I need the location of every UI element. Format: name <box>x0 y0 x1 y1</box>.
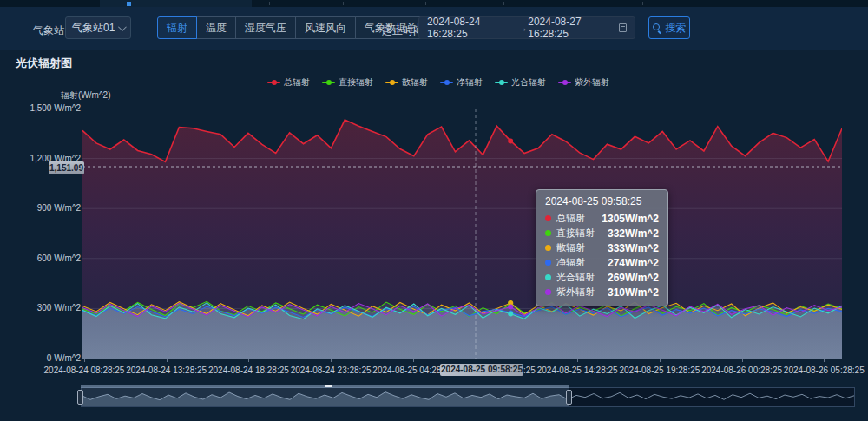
series-dot-icon <box>545 215 551 221</box>
legend-item-net[interactable]: 净辐射 <box>440 76 483 89</box>
end-date-value: 2024-08-27 16:28:25 <box>528 16 618 40</box>
station-label: 气象站 <box>33 23 64 38</box>
x-axis-pointer-label: 2024-08-25 09:58:25 <box>440 364 523 376</box>
datazoom-overview-chart <box>82 388 854 406</box>
series-dot-icon <box>545 274 551 280</box>
x-axis-label: 2024-08-24 23:28:25 <box>283 365 378 375</box>
calendar-icon <box>619 23 627 32</box>
series-dot-icon <box>545 230 551 236</box>
x-axis-tick <box>496 359 496 362</box>
y-axis-label: 900 W/m^2 <box>11 203 81 213</box>
arrow-right-icon: → <box>517 22 528 34</box>
x-axis-label: 2024-08-26 00:28:25 <box>694 365 790 375</box>
series-dot-icon <box>545 289 551 295</box>
tooltip-row: 总辐射1305W/m^2 <box>545 211 659 226</box>
chart-legend: 总辐射 直接辐射 散辐射 净辐射 光合辐射 紫外辐射 <box>267 76 609 89</box>
tab-temperature[interactable]: 温度 <box>196 16 236 39</box>
tooltip-row: 紫外辐射310W/m^2 <box>545 285 659 299</box>
legend-marker-icon <box>440 82 453 83</box>
y-axis-name: 辐射(W/m^2) <box>61 89 110 102</box>
legend-marker-icon <box>385 82 398 83</box>
time-range-label: 起止时间 <box>382 23 424 38</box>
y-axis-label: 0 W/m^2 <box>11 353 81 363</box>
tooltip-title: 2024-08-25 09:58:25 <box>545 195 659 207</box>
tooltip-row: 光合辐射269W/m^2 <box>545 270 659 285</box>
tooltip-row: 散辐射333W/m^2 <box>545 240 659 255</box>
station-select[interactable]: 气象站01 <box>65 16 131 39</box>
y-axis-label: 300 W/m^2 <box>11 303 81 312</box>
x-axis-tick <box>167 359 168 362</box>
tab-separator <box>343 2 344 5</box>
x-axis-tick <box>824 359 825 362</box>
browser-tab-strip <box>0 0 868 7</box>
x-axis-tick <box>84 359 85 362</box>
legend-marker-icon <box>267 82 280 83</box>
search-button[interactable]: 搜索 <box>648 16 690 39</box>
tab-separator <box>425 2 426 5</box>
x-axis-tick <box>248 359 249 362</box>
chart-tooltip: 2024-08-25 09:58:25 总辐射1305W/m^2 直接辐射332… <box>536 189 668 306</box>
start-date-value: 2024-08-24 16:28:25 <box>427 16 517 40</box>
browser-active-tab[interactable] <box>100 0 252 7</box>
chevron-down-icon <box>118 23 127 31</box>
station-select-value: 气象站01 <box>72 21 118 36</box>
search-icon <box>653 23 662 33</box>
tab-separator <box>269 2 270 5</box>
x-axis-label: 2024-08-25 19:28:25 <box>612 365 707 375</box>
datazoom-unselected-region <box>569 388 854 406</box>
radiation-line-chart[interactable] <box>82 109 842 359</box>
x-axis-tick <box>331 359 332 362</box>
tab-humidity-pressure[interactable]: 湿度气压 <box>235 16 296 39</box>
x-axis-label: 2024-08-25 14:28:25 <box>529 365 625 375</box>
x-axis-label: 2024-08-24 13:28:25 <box>119 365 214 375</box>
hover-point <box>508 311 513 316</box>
datazoom-right-handle[interactable] <box>566 390 572 405</box>
legend-marker-icon <box>495 82 508 83</box>
series-dot-icon <box>545 245 551 251</box>
hover-point <box>508 305 513 310</box>
tab-favicon-icon <box>127 2 131 6</box>
chart-title: 光伏辐射图 <box>16 56 72 71</box>
tab-separator <box>642 2 643 5</box>
tooltip-row: 直接辐射332W/m^2 <box>545 226 659 240</box>
tab-separator <box>503 2 504 5</box>
x-axis-label: 2024-08-26 05:28:25 <box>776 365 868 375</box>
y-axis-label: 1,500 W/m^2 <box>11 103 81 113</box>
x-axis-tick <box>413 359 414 362</box>
x-axis-tick <box>577 359 578 362</box>
legend-marker-icon <box>322 82 335 83</box>
hover-point <box>508 138 513 143</box>
datazoom-slider[interactable] <box>81 387 855 407</box>
legend-item-direct[interactable]: 直接辐射 <box>322 76 373 89</box>
date-range-picker[interactable]: 2024-08-24 16:28:25 → 2024-08-27 16:28:2… <box>418 16 635 39</box>
y-axis-pointer-label: 1,151.09 <box>49 161 84 174</box>
x-axis-label: 2024-08-24 18:28:25 <box>201 365 296 375</box>
datazoom-left-handle[interactable] <box>77 390 83 405</box>
x-axis-tick <box>660 359 661 362</box>
x-axis-tick <box>742 359 743 362</box>
legend-item-uv[interactable]: 紫外辐射 <box>558 76 609 89</box>
filter-bar: 气象站 气象站01 辐射 温度 湿度气压 风速风向 气象数据总览 起止时间 20… <box>0 7 868 50</box>
datazoom-grip-icon <box>325 385 332 387</box>
series-dot-icon <box>545 260 551 266</box>
x-axis-label: 2024-08-24 08:28:25 <box>36 365 132 375</box>
tab-wind[interactable]: 风速风向 <box>295 16 356 39</box>
legend-marker-icon <box>558 82 571 83</box>
tab-radiation[interactable]: 辐射 <box>157 16 197 39</box>
legend-item-scattered[interactable]: 散辐射 <box>385 76 428 89</box>
legend-item-total[interactable]: 总辐射 <box>267 76 310 89</box>
legend-item-photosynthetic[interactable]: 光合辐射 <box>495 76 546 89</box>
tooltip-row: 净辐射274W/m^2 <box>545 255 659 270</box>
search-button-label: 搜索 <box>666 21 687 36</box>
x-axis-line <box>82 359 855 359</box>
y-axis-label: 600 W/m^2 <box>11 253 81 263</box>
